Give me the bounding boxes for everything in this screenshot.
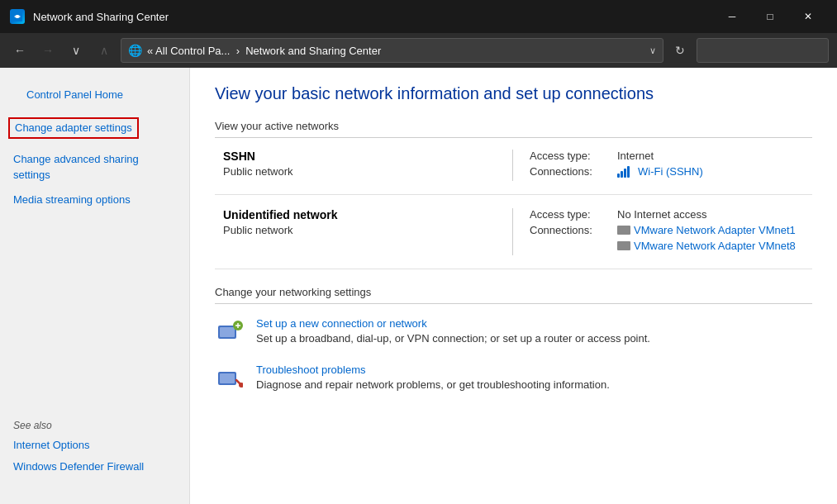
close-button[interactable]: ✕ bbox=[789, 0, 827, 33]
vmnet1-row: VMware Network Adapter VMnet1 bbox=[617, 224, 796, 236]
address-icon: 🌐 bbox=[128, 44, 142, 57]
address-bar-input[interactable]: 🌐 « All Control Pa... › Network and Shar… bbox=[121, 38, 663, 63]
active-sidebar-highlight: Change adapter settings bbox=[8, 117, 139, 139]
troubleshoot-desc: Diagnose and repair network problems, or… bbox=[256, 378, 812, 391]
network-left-unidentified: Unidentified network Public network bbox=[215, 208, 496, 236]
troubleshoot-item: Troubleshoot problems Diagnose and repai… bbox=[215, 364, 812, 393]
main-container: Control Panel Home Change adapter settin… bbox=[0, 68, 837, 504]
maximize-button[interactable]: □ bbox=[751, 0, 789, 33]
access-type-value-unidentified: No Internet access bbox=[617, 208, 706, 221]
new-connection-icon bbox=[215, 317, 245, 347]
network-panel-sshn: SSHN Public network Access type: Interne… bbox=[215, 150, 812, 195]
network-name-unidentified: Unidentified network bbox=[223, 208, 496, 221]
window-title: Network and Sharing Center bbox=[33, 11, 705, 23]
access-type-label-sshn: Access type: bbox=[530, 150, 612, 162]
wifi-signal-icon bbox=[617, 166, 630, 178]
network-left-sshn: SSHN Public network bbox=[215, 150, 496, 178]
svg-rect-8 bbox=[220, 373, 235, 383]
forward-button[interactable]: → bbox=[36, 39, 59, 62]
network-panel-unidentified: Unidentified network Public network Acce… bbox=[215, 208, 812, 269]
access-type-label-unidentified: Access type: bbox=[530, 208, 612, 221]
vmnet8-link[interactable]: VMware Network Adapter VMnet8 bbox=[634, 240, 796, 252]
minimize-button[interactable]: ─ bbox=[713, 0, 751, 33]
network-type-sshn: Public network bbox=[223, 165, 496, 178]
adapter-icon-vmnet8 bbox=[617, 241, 630, 250]
internet-options-link[interactable]: Internet Options bbox=[0, 435, 189, 456]
new-connection-desc: Set up a broadband, dial-up, or VPN conn… bbox=[256, 332, 812, 345]
content-area: View your basic network information and … bbox=[190, 68, 837, 504]
address-bar: ← → ∨ ∧ 🌐 « All Control Pa... › Network … bbox=[0, 33, 837, 68]
access-type-row-unidentified: Access type: No Internet access bbox=[530, 208, 812, 221]
app-icon bbox=[10, 9, 25, 24]
adapter-icon-vmnet1 bbox=[617, 226, 630, 235]
troubleshoot-icon bbox=[215, 364, 245, 393]
refresh-button[interactable]: ↻ bbox=[668, 39, 692, 62]
windows-defender-link[interactable]: Windows Defender Firewall bbox=[0, 456, 189, 478]
change-settings-section: Change your networking settings Set up a… bbox=[215, 286, 812, 393]
see-also-label: See also bbox=[0, 416, 189, 435]
network-right-unidentified: Access type: No Internet access Connecti… bbox=[530, 208, 812, 255]
svg-rect-3 bbox=[220, 327, 235, 337]
access-type-value-sshn: Internet bbox=[617, 150, 654, 162]
connections-label-sshn: Connections: bbox=[530, 165, 612, 178]
search-box[interactable]: 🔍 bbox=[697, 38, 829, 63]
vmnet8-row: VMware Network Adapter VMnet8 bbox=[617, 240, 796, 252]
window-controls: ─ □ ✕ bbox=[713, 0, 827, 33]
control-panel-home-link[interactable]: Control Panel Home bbox=[13, 84, 176, 106]
search-input[interactable] bbox=[704, 45, 837, 57]
connections-label-unidentified: Connections: bbox=[530, 224, 612, 236]
new-connection-text: Set up a new connection or network Set u… bbox=[256, 317, 812, 345]
media-streaming-link[interactable]: Media streaming options bbox=[0, 189, 189, 211]
change-settings-header: Change your networking settings bbox=[215, 286, 812, 304]
network-name-sshn: SSHN bbox=[223, 150, 496, 163]
sidebar-home-link[interactable]: Control Panel Home bbox=[0, 81, 189, 112]
sidebar: Control Panel Home Change adapter settin… bbox=[0, 68, 190, 504]
network-divider-2 bbox=[512, 208, 513, 255]
up-button[interactable]: ∧ bbox=[93, 39, 116, 62]
change-adapter-settings-link[interactable]: Change adapter settings bbox=[15, 121, 132, 134]
back-button[interactable]: ← bbox=[8, 39, 31, 62]
troubleshoot-text: Troubleshoot problems Diagnose and repai… bbox=[256, 364, 812, 391]
title-bar: Network and Sharing Center ─ □ ✕ bbox=[0, 0, 837, 33]
network-right-sshn: Access type: Internet Connections: Wi-Fi… bbox=[530, 150, 812, 181]
vmnet1-link[interactable]: VMware Network Adapter VMnet1 bbox=[634, 224, 796, 236]
new-connection-item: Set up a new connection or network Set u… bbox=[215, 317, 812, 347]
address-chevron-icon: ∨ bbox=[649, 45, 656, 56]
network-type-unidentified: Public network bbox=[223, 224, 496, 236]
page-title: View your basic network information and … bbox=[215, 84, 812, 103]
access-type-row-sshn: Access type: Internet bbox=[530, 150, 812, 162]
connections-list-unidentified: VMware Network Adapter VMnet1 VMware Net… bbox=[617, 224, 796, 252]
wifi-sshn-link[interactable]: Wi-Fi (SSHN) bbox=[638, 165, 703, 178]
network-divider-1 bbox=[512, 150, 513, 181]
address-text: « All Control Pa... › Network and Sharin… bbox=[147, 45, 644, 57]
down-button[interactable]: ∨ bbox=[64, 39, 88, 62]
new-connection-link[interactable]: Set up a new connection or network bbox=[256, 317, 427, 330]
connections-row-unidentified: Connections: VMware Network Adapter VMne… bbox=[530, 224, 812, 252]
active-networks-header: View your active networks bbox=[215, 120, 812, 138]
change-advanced-sharing-link[interactable]: Change advanced sharing settings bbox=[0, 149, 189, 185]
svg-point-1 bbox=[16, 15, 19, 18]
troubleshoot-link[interactable]: Troubleshoot problems bbox=[256, 364, 365, 376]
connections-row-sshn: Connections: Wi-Fi (SSHN) bbox=[530, 165, 812, 178]
